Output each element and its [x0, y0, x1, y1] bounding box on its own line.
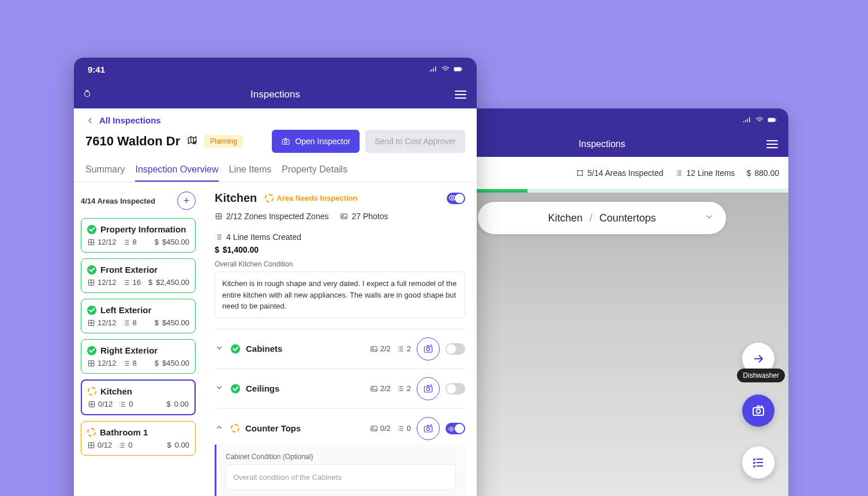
- add-photo-button[interactable]: [417, 337, 440, 360]
- area-visibility-toggle[interactable]: [447, 193, 465, 204]
- area-zones: 12/12: [87, 238, 117, 246]
- area-card[interactable]: Bathroom 10/120$0.00: [81, 421, 196, 456]
- photo-icon: [370, 424, 378, 433]
- menu-button-1[interactable]: [455, 91, 466, 99]
- camera-plus-icon: [423, 384, 433, 394]
- zone-photos: 2/2: [370, 344, 391, 353]
- svg-rect-1: [776, 119, 776, 121]
- signal-icon: [428, 65, 437, 74]
- expand-toggle[interactable]: [215, 383, 224, 394]
- bc-area: Kitchen: [548, 212, 582, 224]
- dollar-icon: $: [167, 441, 171, 449]
- area-card[interactable]: Right Exterior12/128$$450.00: [81, 339, 196, 374]
- area-items: 8: [122, 359, 137, 367]
- svg-rect-4: [454, 67, 462, 72]
- zone-visibility-toggle[interactable]: [446, 343, 465, 355]
- check-icon: [231, 344, 240, 354]
- eye-icon: [448, 424, 455, 435]
- breadcrumb-bar[interactable]: Kitchen / Countertops: [478, 202, 726, 234]
- svg-point-9: [285, 140, 287, 143]
- svg-point-31: [426, 427, 429, 430]
- condition-input[interactable]: Overall condition of the Cabinets: [226, 464, 456, 490]
- zone-visibility-toggle[interactable]: [446, 383, 465, 394]
- zone-row[interactable]: Cabinets2/22: [215, 329, 465, 369]
- chevron-down-icon: [215, 383, 224, 392]
- zone-visibility-toggle[interactable]: [446, 423, 465, 434]
- photo-icon: [370, 385, 378, 393]
- battery-icon: [454, 65, 463, 74]
- area-card[interactable]: Left Exterior12/128$$450.00: [81, 299, 196, 333]
- areas-stat-2: 5/14 Areas Inspected: [576, 168, 664, 178]
- zones-stat: 2/12 Zones Inspected Zones: [215, 212, 328, 221]
- pending-icon: [231, 424, 240, 433]
- list-icon: [118, 441, 126, 449]
- camera-plus-icon: [423, 423, 433, 434]
- photo-icon: [340, 212, 348, 220]
- frame-icon: [576, 169, 584, 177]
- area-card[interactable]: Front Exterior12/1216$$2,450.00: [81, 258, 196, 293]
- app-header-1: Inspections: [74, 81, 477, 108]
- camera-plus-icon: [423, 344, 433, 354]
- add-area-button[interactable]: +: [177, 191, 196, 210]
- signal-icon: [742, 115, 751, 125]
- overall-text[interactable]: Kitchen is in rough shape and very dated…: [215, 272, 465, 318]
- area-items: 0: [118, 400, 133, 408]
- add-photo-button[interactable]: [417, 377, 440, 400]
- map-pin-icon[interactable]: [187, 135, 197, 148]
- bc-sep: /: [589, 212, 592, 224]
- add-photo-button[interactable]: [417, 417, 440, 440]
- header-title-2: Inspections: [579, 139, 626, 149]
- dollar-icon: $: [746, 168, 751, 178]
- zone-row[interactable]: Ceilings2/22: [215, 369, 465, 408]
- area-name: Right Exterior: [100, 345, 158, 355]
- status-badge: Planning: [204, 135, 243, 148]
- area-items: 16: [122, 278, 141, 287]
- tab-overview[interactable]: Inspection Overview: [135, 160, 218, 182]
- svg-point-32: [451, 428, 452, 430]
- svg-point-27: [426, 388, 429, 390]
- zone-row[interactable]: Counter Tops0/20: [215, 408, 465, 448]
- dollar-icon: $: [155, 359, 159, 367]
- svg-rect-5: [462, 68, 462, 70]
- back-link[interactable]: All Inspections: [74, 108, 477, 125]
- tab-line-items[interactable]: Line Items: [229, 160, 272, 182]
- wifi-icon: [441, 65, 450, 74]
- tooltip: Dishwasher: [737, 369, 785, 382]
- zone-photos: 2/2: [370, 384, 391, 393]
- area-cost: $ $1,400.00: [215, 245, 465, 254]
- title-row: 7610 Waldon Dr Planning Open Inspector S…: [74, 125, 477, 160]
- cost-stat-2: $ 880.00: [746, 168, 779, 178]
- svg-point-23: [426, 348, 429, 351]
- tab-property[interactable]: Property Details: [282, 160, 347, 182]
- dollar-icon: $: [215, 245, 219, 254]
- expand-toggle[interactable]: [215, 423, 224, 434]
- zones-icon: [88, 400, 96, 408]
- camera-plus-icon: [751, 404, 765, 418]
- areas-count: 4/14 Areas Inspected: [81, 197, 155, 205]
- checklist-fab[interactable]: [742, 446, 775, 479]
- zone-name: Cabinets: [246, 344, 282, 354]
- open-inspector-button[interactable]: Open Inspector: [272, 130, 360, 153]
- menu-button-2[interactable]: [766, 140, 778, 148]
- svg-rect-0: [768, 118, 776, 122]
- wifi-icon: [755, 115, 764, 125]
- items-stat: 4 Line Items Created: [215, 232, 301, 242]
- send-approver-button: Send to Cost Approver: [365, 130, 465, 153]
- tab-summary[interactable]: Summary: [85, 160, 125, 182]
- area-card[interactable]: Property Information12/128$$450.00: [81, 218, 196, 253]
- check-icon: [87, 225, 96, 234]
- items-stat-2: 12 Line Items: [675, 168, 735, 178]
- list-icon: [122, 279, 130, 287]
- expand-toggle[interactable]: [215, 343, 224, 355]
- list-icon: [675, 169, 683, 177]
- camera-fab[interactable]: [742, 394, 775, 427]
- photo-icon: [370, 345, 378, 353]
- zone-name: Ceilings: [246, 384, 279, 393]
- area-title: Kitchen: [215, 191, 257, 205]
- zones-icon: [87, 359, 95, 367]
- tabs: Summary Inspection Overview Line Items P…: [74, 160, 477, 182]
- battery-icon: [768, 115, 777, 125]
- area-zones: 0/12: [88, 400, 113, 408]
- area-card[interactable]: Kitchen0/120$0.00: [81, 379, 196, 415]
- zone-items: 0: [396, 424, 411, 433]
